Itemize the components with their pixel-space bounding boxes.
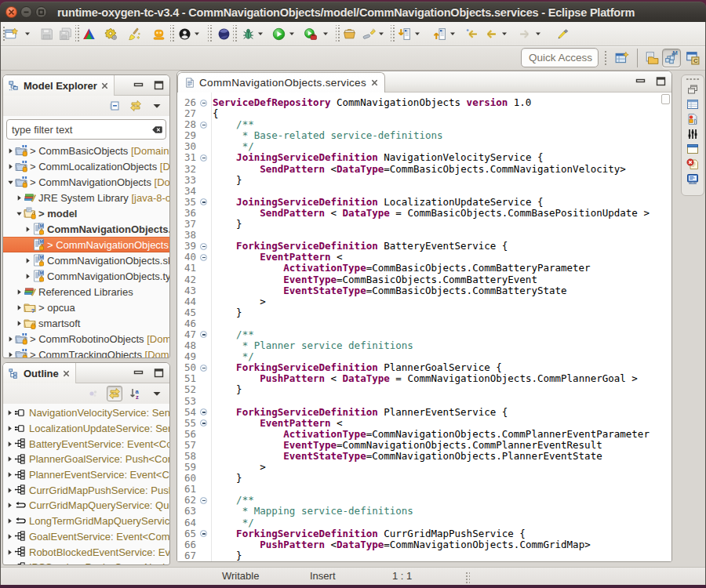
run-dropdown[interactable] [287,24,297,43]
link-with-editor-button[interactable] [128,98,144,114]
expander-collapsed-icon[interactable] [15,194,23,201]
perspective-bar-grip[interactable] [603,49,608,67]
outline-item[interactable]: GoalEventService: Event<CommNavigationOb… [3,529,169,545]
fold-collapse-icon[interactable] [200,331,207,338]
maximize-view-button[interactable] [152,367,166,379]
filter-box[interactable]: type filter text [6,119,166,140]
fold-collapse-icon[interactable] [200,365,207,372]
tree-item[interactable]: > CommNavigationObjects [DomainModelsRep… [3,174,169,190]
expander-collapsed-icon[interactable] [5,564,13,565]
expander-collapsed-icon[interactable] [15,319,23,327]
fold-collapse-icon[interactable] [200,497,207,504]
view-properties-table-button[interactable] [684,96,701,111]
run-external-tools-dropdown[interactable] [321,24,330,43]
expander-collapsed-icon[interactable] [5,425,13,433]
expander-collapsed-icon[interactable] [5,409,13,417]
tree-item[interactable]: > CommRobotinoObjects [DomainModelsRepos… [3,331,169,347]
previous-annotation-button[interactable] [430,24,449,43]
outline-item[interactable]: CurrGridMapQueryService: Query<CommNavig… [3,498,169,514]
close-view-icon[interactable] [101,82,108,89]
view-model-repository-button[interactable] [684,111,701,126]
fold-collapse-icon[interactable] [200,100,207,107]
minimize-view-button[interactable] [634,75,648,88]
code-line[interactable] [212,484,671,495]
expander-collapsed-icon[interactable] [5,548,13,556]
code-line[interactable]: } [212,175,671,186]
code-line[interactable]: EventPattern < [212,252,671,263]
editor-tab[interactable]: CommNavigationObjects.services [177,72,385,93]
save-button[interactable] [37,24,56,43]
expander-collapsed-icon[interactable] [24,256,31,264]
outline-tab[interactable]: Outline [3,363,76,383]
user-account-button[interactable] [175,24,194,43]
new-wizard-button[interactable] [2,24,20,43]
code-line[interactable]: EventType=CommBasicObjects.CommBatteryEv… [212,274,671,285]
code-line[interactable]: JoiningServiceDefinition LocalizationUpd… [212,197,671,208]
filter-input[interactable]: type filter text [7,124,148,136]
view-console-button[interactable] [684,171,701,186]
code-line[interactable]: */ [212,351,671,362]
view-error-log-button[interactable] [684,156,701,171]
code-line[interactable]: EventStateType=CommNavigationObjects.Pla… [212,451,671,462]
code-line[interactable]: { [212,108,671,119]
sort-alphabetically-button[interactable] [128,386,144,401]
next-annotation-dropdown[interactable] [413,24,422,43]
expander-collapsed-icon[interactable] [5,471,13,479]
code-line[interactable]: EventPattern < [212,418,671,429]
model-explorer-tab[interactable]: Model Explorer [3,75,115,96]
next-annotation-button[interactable] [395,24,413,43]
maximize-view-button[interactable] [152,79,166,92]
expander-collapsed-icon[interactable] [5,502,13,510]
overview-ruler-header[interactable] [661,94,670,104]
generate-code-button[interactable] [101,24,120,43]
view-internal-browser-button[interactable] [684,141,701,156]
code-line[interactable]: SendPattern < DataType = CommBasicObject… [212,208,671,219]
back-history-button[interactable] [481,24,500,43]
clean-broom-button[interactable] [125,24,144,43]
forward-history-dropdown[interactable] [533,24,543,43]
expander-collapsed-icon[interactable] [15,288,23,296]
expander-collapsed-icon[interactable] [15,303,23,311]
collapse-all-button[interactable] [107,98,122,114]
code-line[interactable]: ForkingServiceDefinition BatteryEventSer… [212,241,671,252]
expander-collapsed-icon[interactable] [5,517,13,525]
statusbar-grip[interactable] [464,571,470,583]
editor-body[interactable]: 2627282930313233343536373839404142434445… [177,93,671,561]
restore-views-button[interactable] [684,82,701,96]
fold-collapse-icon[interactable] [200,254,207,261]
code-line[interactable]: ActivationType=CommNavigationObjects.Com… [212,429,671,440]
link-with-editor-button[interactable] [107,386,122,401]
outline-item[interactable]: LongTermGridMapQueryService: Query<CommN… [3,514,169,529]
tree-item[interactable]: CommNavigationObjects.skills [3,252,169,268]
code-line[interactable]: SendPattern <DataType=CommBasicObjects.C… [212,164,671,175]
expander-collapsed-icon[interactable] [5,456,13,463]
code-line[interactable]: PushPattern < DataType = CommNavigationO… [212,373,671,384]
code-line[interactable]: /** [212,119,671,130]
outline-item[interactable]: PlannerGoalService: Push<CommNavigationO… [3,452,169,467]
code-line[interactable]: } [212,307,671,318]
debug-dropdown[interactable] [256,24,265,43]
expander-collapsed-icon[interactable] [6,162,14,170]
code-line[interactable]: /** [212,495,671,506]
code-line[interactable]: } [212,384,671,395]
code-line[interactable]: > [212,462,671,473]
minimize-view-button[interactable] [132,367,146,379]
expander-collapsed-icon[interactable] [5,440,13,448]
expander-collapsed-icon[interactable] [24,225,31,233]
tree-item[interactable]: CommNavigationObjects.parameters [3,221,169,237]
robot-button[interactable] [149,24,168,43]
world-browser-button[interactable] [214,24,233,43]
maximize-view-button[interactable] [654,75,668,88]
open-task-button[interactable] [340,24,358,43]
code-line[interactable]: PushPattern <DataType=CommNavigationObje… [212,539,671,550]
search-torch-button[interactable] [359,24,378,43]
code-line[interactable] [212,396,671,407]
view-menu-button[interactable] [149,98,165,114]
save-all-button[interactable] [56,24,75,43]
view-properties-sliders-button[interactable] [684,126,701,141]
clear-filter-icon[interactable] [148,124,166,136]
user-account-dropdown[interactable] [192,24,202,43]
code-line[interactable]: * Planner service definitions [212,340,671,351]
search-torch-dropdown[interactable] [377,24,386,43]
back-history-dropdown[interactable] [500,24,509,43]
